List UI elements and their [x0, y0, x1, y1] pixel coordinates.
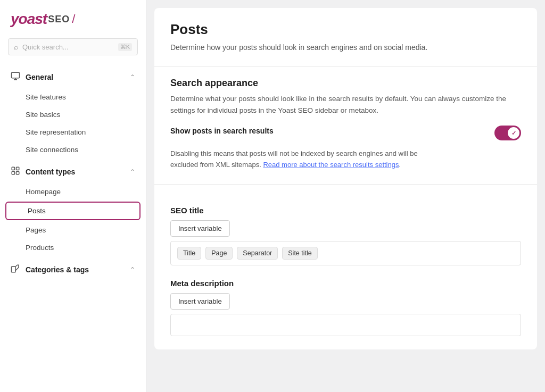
- sidebar-item-products[interactable]: Products: [0, 239, 146, 256]
- page-header-card: Posts Determine how your posts should lo…: [154, 8, 537, 66]
- grid-icon: [11, 166, 20, 178]
- tag-page: Page: [205, 247, 233, 260]
- sidebar-item-site-basics[interactable]: Site basics: [0, 106, 146, 123]
- seo-title-section: SEO title Insert variable Title Page Sep…: [170, 206, 521, 265]
- logo-yoast-text: yoast: [11, 11, 47, 28]
- sidebar-item-homepage[interactable]: Homepage: [0, 183, 146, 201]
- svg-rect-0: [12, 72, 20, 78]
- sidebar: yoast SEO / ⌕ Quick search... ⌘K General…: [0, 0, 146, 392]
- search-icon: ⌕: [14, 43, 18, 51]
- show-in-search-toggle[interactable]: ✓: [494, 126, 521, 140]
- search-appearance-card: Search appearance Determine what your po…: [154, 66, 537, 184]
- seo-fields-card: SEO title Insert variable Title Page Sep…: [154, 184, 537, 349]
- meta-description-section: Meta description Insert variable: [170, 279, 521, 336]
- page-title: Posts: [170, 21, 521, 38]
- nav-section-content-types: Content types ⌃ Homepage Posts Pages Pro…: [0, 161, 146, 256]
- sidebar-item-site-features[interactable]: Site features: [0, 88, 146, 106]
- nav-section-categories-tags-left: Categories & tags: [11, 264, 89, 276]
- content-types-nav-items: Homepage Posts Pages Products: [0, 183, 146, 256]
- nav-section-general-left: General: [11, 71, 53, 83]
- logo-slash: /: [72, 12, 75, 26]
- nav-section-categories-tags: Categories & tags ⌃: [0, 258, 146, 281]
- meta-description-label: Meta description: [170, 279, 521, 288]
- logo-area: yoast SEO /: [0, 11, 146, 38]
- svg-rect-7: [12, 266, 16, 272]
- search-box[interactable]: ⌕ Quick search... ⌘K: [8, 38, 138, 55]
- nav-section-content-types-header[interactable]: Content types ⌃: [0, 161, 146, 183]
- nav-section-content-types-left: Content types: [11, 166, 75, 178]
- tag-icon: [11, 264, 20, 276]
- logo: yoast SEO /: [11, 11, 135, 28]
- sidebar-item-site-connections[interactable]: Site connections: [0, 141, 146, 159]
- toggle-row: Show posts in search results ✓: [170, 127, 521, 140]
- search-shortcut: ⌘K: [118, 43, 132, 51]
- tag-separator: Separator: [237, 247, 278, 260]
- categories-tags-chevron-icon: ⌃: [130, 266, 135, 273]
- sidebar-item-pages[interactable]: Pages: [0, 221, 146, 239]
- nav-section-general-header[interactable]: General ⌃: [0, 66, 146, 88]
- toggle-link-suffix: .: [399, 161, 401, 169]
- toggle-check-icon: ✓: [511, 130, 516, 137]
- search-appearance-desc: Determine what your posts should look li…: [170, 93, 521, 116]
- svg-rect-4: [16, 167, 19, 170]
- toggle-knob: ✓: [508, 127, 519, 139]
- monitor-icon: [11, 71, 20, 83]
- general-chevron-icon: ⌃: [130, 73, 135, 81]
- search-placeholder-text: Quick search...: [22, 43, 114, 51]
- sidebar-item-site-representation[interactable]: Site representation: [0, 123, 146, 141]
- svg-rect-5: [12, 172, 14, 174]
- svg-rect-6: [16, 172, 19, 174]
- general-section-title: General: [26, 73, 53, 81]
- tag-title: Title: [177, 247, 201, 260]
- seo-title-tags-box: Title Page Separator Site title: [170, 241, 521, 265]
- insert-variable-meta-desc-button[interactable]: Insert variable: [170, 293, 230, 310]
- search-appearance-title: Search appearance: [170, 78, 521, 89]
- tag-site-title: Site title: [282, 247, 317, 260]
- seo-title-label: SEO title: [170, 206, 521, 215]
- svg-rect-3: [12, 167, 14, 170]
- meta-description-tags-box: [170, 314, 521, 336]
- toggle-description: Disabling this means that posts will not…: [170, 148, 426, 171]
- sidebar-item-posts[interactable]: Posts: [5, 202, 141, 220]
- nav-section-general: General ⌃ Site features Site basics Site…: [0, 66, 146, 159]
- logo-seo-text: SEO: [48, 14, 70, 25]
- main-content: Posts Determine how your posts should lo…: [146, 0, 545, 392]
- content-types-chevron-icon: ⌃: [130, 168, 135, 176]
- toggle-link[interactable]: Read more about the search results setti…: [263, 161, 399, 169]
- nav-section-categories-tags-header[interactable]: Categories & tags ⌃: [0, 258, 146, 281]
- categories-tags-section-title: Categories & tags: [26, 265, 89, 274]
- page-subtitle: Determine how your posts should look in …: [170, 42, 521, 53]
- insert-variable-seo-title-button[interactable]: Insert variable: [170, 220, 230, 237]
- content-types-section-title: Content types: [26, 168, 75, 176]
- toggle-label: Show posts in search results: [170, 127, 274, 135]
- general-nav-items: Site features Site basics Site represent…: [0, 88, 146, 159]
